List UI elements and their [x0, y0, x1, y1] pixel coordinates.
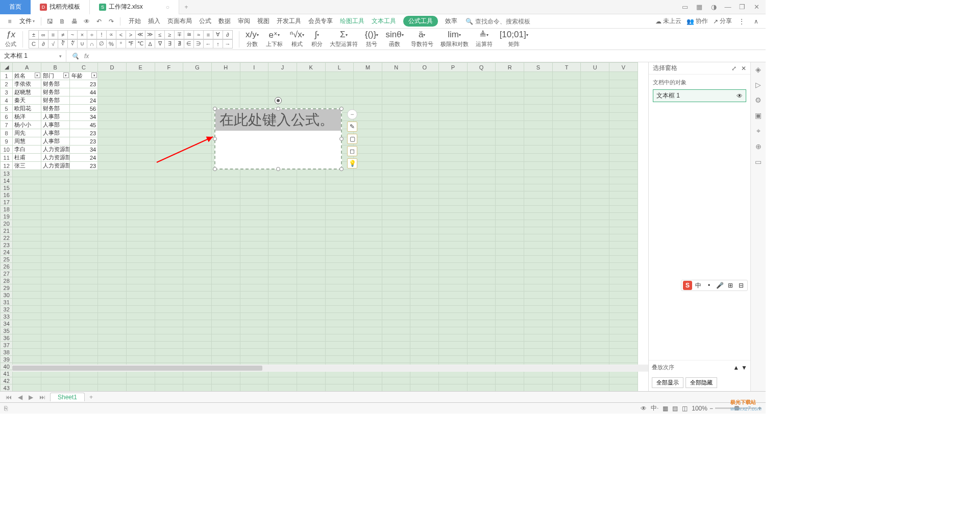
- cell[interactable]: [552, 327, 581, 334]
- cell[interactable]: [609, 113, 638, 121]
- cell[interactable]: [183, 213, 212, 220]
- cell[interactable]: [13, 270, 41, 277]
- cell[interactable]: [297, 184, 325, 191]
- ime-keyboard-icon[interactable]: ⊞: [726, 281, 735, 290]
- cell[interactable]: [496, 80, 524, 88]
- cell[interactable]: [98, 220, 127, 227]
- cell[interactable]: [126, 234, 155, 242]
- cell[interactable]: [13, 206, 41, 213]
- cell[interactable]: [268, 184, 297, 191]
- cell[interactable]: [496, 249, 524, 256]
- cell[interactable]: 财务部: [41, 96, 69, 105]
- cell[interactable]: [524, 199, 553, 206]
- cell[interactable]: [354, 105, 382, 113]
- cell[interactable]: [524, 137, 553, 146]
- add-sheet[interactable]: +: [88, 394, 94, 401]
- h-scrollbar[interactable]: [12, 365, 648, 372]
- cell[interactable]: [496, 177, 524, 184]
- cell[interactable]: [552, 384, 581, 392]
- cell[interactable]: [268, 242, 297, 249]
- cell[interactable]: [41, 234, 69, 242]
- cell[interactable]: [69, 177, 98, 184]
- symbol-button[interactable]: ∪: [77, 39, 87, 49]
- cell[interactable]: 李白: [13, 146, 41, 154]
- cell[interactable]: [155, 234, 183, 242]
- row-header[interactable]: 33: [1, 313, 13, 320]
- cell[interactable]: [325, 72, 354, 80]
- cell[interactable]: [183, 292, 212, 299]
- cell[interactable]: [609, 213, 638, 220]
- cell[interactable]: [211, 384, 240, 392]
- cell[interactable]: [354, 154, 382, 162]
- cell[interactable]: [211, 334, 240, 342]
- ribbon-积分[interactable]: ∫ ▾积分: [311, 30, 323, 48]
- cell[interactable]: 秦天: [13, 96, 41, 105]
- sheet-nav-prev[interactable]: ◀: [16, 394, 24, 401]
- cell[interactable]: [183, 349, 212, 356]
- cell[interactable]: [41, 242, 69, 249]
- cell[interactable]: [183, 306, 212, 313]
- cell[interactable]: [240, 270, 268, 277]
- cell[interactable]: [126, 206, 155, 213]
- cell[interactable]: [155, 199, 183, 206]
- cell[interactable]: [155, 342, 183, 349]
- filter-arrow-icon[interactable]: ▾: [63, 73, 69, 78]
- apps-icon[interactable]: ▦: [694, 3, 704, 11]
- cell[interactable]: [13, 213, 41, 220]
- cell[interactable]: 23: [69, 80, 98, 88]
- cell[interactable]: [155, 277, 183, 284]
- cell[interactable]: [581, 113, 609, 121]
- cell[interactable]: [211, 96, 240, 105]
- cell[interactable]: [581, 377, 609, 384]
- cell[interactable]: [155, 121, 183, 129]
- cell[interactable]: [41, 377, 69, 384]
- cell[interactable]: [382, 270, 410, 277]
- cell[interactable]: [126, 292, 155, 299]
- cell[interactable]: [69, 306, 98, 313]
- cell[interactable]: [297, 199, 325, 206]
- cell[interactable]: [581, 242, 609, 249]
- cell[interactable]: [467, 220, 496, 227]
- cell[interactable]: 杜甫: [13, 154, 41, 162]
- cell[interactable]: [126, 320, 155, 327]
- cell[interactable]: [552, 199, 581, 206]
- row-header[interactable]: 21: [1, 227, 13, 234]
- cell[interactable]: [410, 105, 439, 113]
- cell[interactable]: [325, 356, 354, 363]
- cell[interactable]: [354, 334, 382, 342]
- cell[interactable]: [183, 377, 212, 384]
- cell[interactable]: [69, 256, 98, 263]
- row-header[interactable]: 17: [1, 199, 13, 206]
- cell[interactable]: [41, 313, 69, 320]
- cell[interactable]: [240, 80, 268, 88]
- cell[interactable]: [98, 256, 127, 263]
- symbol-button[interactable]: →: [223, 39, 233, 49]
- cell[interactable]: [467, 213, 496, 220]
- cell[interactable]: 44: [69, 88, 98, 96]
- cell[interactable]: [98, 105, 127, 113]
- cell[interactable]: [609, 191, 638, 199]
- cell[interactable]: [467, 242, 496, 249]
- row-header[interactable]: 36: [1, 334, 13, 342]
- cell[interactable]: [69, 299, 98, 306]
- cell[interactable]: [155, 113, 183, 121]
- cell[interactable]: [581, 313, 609, 320]
- cell[interactable]: [410, 349, 439, 356]
- cell[interactable]: [126, 313, 155, 320]
- cell[interactable]: [240, 249, 268, 256]
- cell[interactable]: [410, 80, 439, 88]
- cell[interactable]: [354, 270, 382, 277]
- cell[interactable]: [126, 299, 155, 306]
- cell[interactable]: [354, 234, 382, 242]
- cell[interactable]: [297, 242, 325, 249]
- cell[interactable]: [552, 113, 581, 121]
- cell[interactable]: [467, 105, 496, 113]
- cell[interactable]: [524, 184, 553, 191]
- cell[interactable]: [183, 154, 212, 162]
- symbol-button[interactable]: ≡: [48, 30, 58, 39]
- cell[interactable]: 部门▾: [41, 72, 69, 80]
- cell[interactable]: [354, 292, 382, 299]
- cell[interactable]: [98, 184, 127, 191]
- cell[interactable]: [524, 299, 553, 306]
- cell[interactable]: [41, 384, 69, 392]
